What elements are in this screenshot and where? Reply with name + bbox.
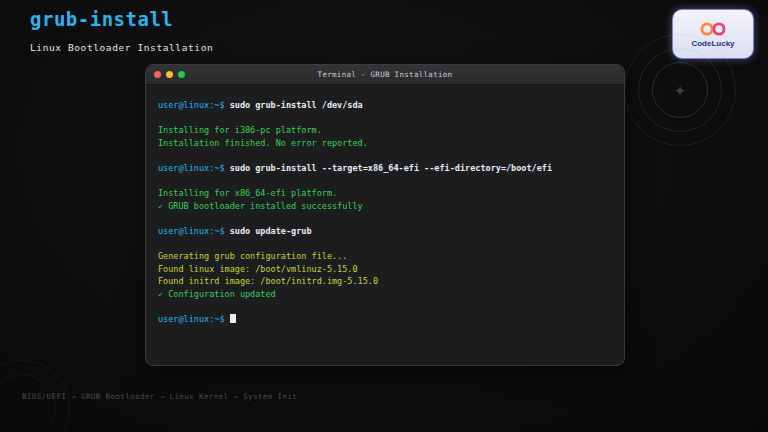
terminal-line: user@linux:~$: [158, 313, 612, 326]
ring-middle: [0, 374, 56, 432]
terminal-line: Found linux image: /boot/vmlinuz-5.15.0: [158, 263, 612, 276]
terminal-line: [158, 301, 612, 314]
brand-badge: CodeLucky: [672, 9, 754, 59]
shell-command: sudo update-grub: [230, 226, 312, 236]
star-glyph-icon: ✦: [624, 77, 736, 101]
terminal-line: user@linux:~$ sudo grub-install /dev/sda: [158, 99, 612, 112]
terminal-line: [158, 212, 612, 225]
terminal-line: [158, 238, 612, 251]
terminal-line: ✓ Configuration updated: [158, 288, 612, 301]
page-subtitle: Linux Bootloader Installation: [30, 42, 213, 53]
ring-inner: [652, 62, 708, 118]
terminal-line: [158, 175, 612, 188]
terminal-line: [158, 149, 612, 162]
terminal-line: Installing for x86_64-efi platform.: [158, 187, 612, 200]
terminal-titlebar[interactable]: Terminal - GRUB Installation: [146, 65, 624, 85]
shell-prompt: user@linux:~$: [158, 163, 230, 173]
shell-prompt: user@linux:~$: [158, 100, 230, 110]
terminal-line: Found initrd image: /boot/initrd.img-5.1…: [158, 275, 612, 288]
brand-name: CodeLucky: [691, 39, 734, 48]
terminal-line: Generating grub configuration file...: [158, 250, 612, 263]
infinity-icon: [696, 21, 730, 37]
terminal-line: Installing for i386-pc platform.: [158, 124, 612, 137]
terminal-line: user@linux:~$ sudo update-grub: [158, 225, 612, 238]
terminal-output[interactable]: user@linux:~$ sudo grub-install /dev/sda…: [146, 85, 624, 326]
terminal-line: [158, 112, 612, 125]
terminal-line: Installation finished. No error reported…: [158, 137, 612, 150]
terminal-line: ✓ GRUB bootloader installed successfully: [158, 200, 612, 213]
terminal-window: Terminal - GRUB Installation user@linux:…: [145, 64, 625, 366]
ring-middle: [638, 48, 722, 132]
terminal-title: Terminal - GRUB Installation: [146, 70, 624, 79]
shell-command: sudo grub-install /dev/sda: [230, 100, 363, 110]
shell-prompt: user@linux:~$: [158, 226, 230, 236]
shell-prompt: user@linux:~$: [158, 314, 230, 324]
shell-command: sudo grub-install --target=x86_64-efi --…: [230, 163, 552, 173]
page-title: grub-install: [30, 8, 173, 30]
terminal-cursor: [230, 314, 236, 324]
slide: grub-install Linux Bootloader Installati…: [0, 0, 768, 432]
footer-breadcrumb: BIOS/UEFI → GRUB Bootloader → Linux Kern…: [22, 392, 297, 401]
terminal-line: user@linux:~$ sudo grub-install --target…: [158, 162, 612, 175]
